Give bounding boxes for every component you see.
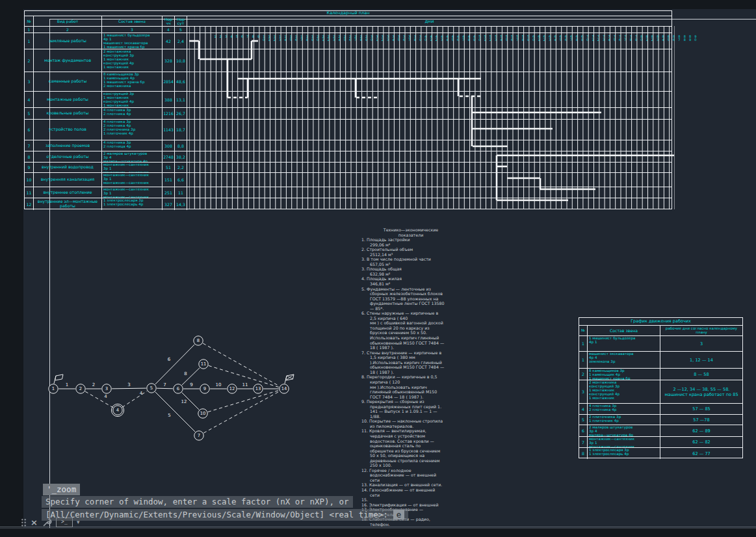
indicator-line: сборных железобетонных блоков: [361, 291, 460, 296]
network-edge-label: 4: [104, 394, 107, 399]
indicator-line: 299,06 м²: [361, 242, 460, 248]
crew-col-header-crew: Состав звена: [588, 326, 660, 335]
network-edge: [122, 391, 147, 407]
row-crew: 1 электрослесаря 3р1 электрослесарь 4р: [102, 198, 163, 210]
network-diagram: 12344765891210111234567891011121314: [36, 322, 306, 458]
row-num: 6: [25, 120, 34, 140]
crew-row-crew: 1 машинист бульдозера4р 1: [588, 336, 660, 351]
model-space-canvas[interactable]: Календарный план № Вид работ Состав звен…: [23, 9, 756, 528]
indicator-line: 2,5 кирпича ( 640: [361, 316, 460, 321]
row-crew: 4 плотника 3р2 плотница 4р: [102, 140, 163, 151]
network-node-label: 10: [200, 411, 206, 416]
crew-col-header-num: №: [579, 326, 588, 335]
indicator-line: из пиломатериалов.: [361, 424, 460, 429]
crew-line: 2 монтажника: [103, 84, 162, 88]
indicator-line: 18 ( 1987 ).: [361, 345, 460, 350]
indicator-line: обыкновенный М150 ГОСТ 7484 —: [361, 365, 460, 370]
crew-line: 2 плотника 4р: [103, 112, 162, 116]
col-header-num: №: [25, 16, 34, 26]
indicator-line: мм ).Использовать кирпич: [361, 385, 460, 390]
column-number: 2: [34, 27, 102, 33]
network-node-label: 8: [197, 338, 200, 343]
row-work: устройство полов: [34, 120, 102, 140]
indicator-line: мм ) с обшивкой вагонной доской: [361, 321, 460, 326]
crew-line: монтажник—сантехник: [103, 195, 162, 198]
row-hours: 328: [163, 49, 175, 72]
palette-grip-handle[interactable]: [21, 518, 27, 527]
row-num: 8: [25, 151, 34, 162]
indicator-line: обыкновенный М150 ГОСТ 7484 —: [361, 341, 460, 346]
row-hours: 1143: [163, 120, 175, 140]
indicator-line: 657,05 м³: [361, 262, 460, 267]
row-work: монтаж фундаментов: [34, 49, 102, 72]
indicator-line: 15.: [361, 497, 460, 503]
indicator-line: сети: [361, 493, 460, 498]
row-days: 2,2: [175, 163, 187, 172]
row-days: 38,2: [175, 151, 187, 162]
command-palette-controls: × >_ ▾: [21, 517, 79, 528]
indicator-line: 2. Строительный объем: [361, 247, 460, 252]
crew-table-row: 28 каменьщиков 3р1 каменьщик 4р1 машинис…: [579, 369, 742, 380]
commandline-dropdown-caret[interactable]: ▾: [77, 518, 80, 527]
crew-line: 4р 1: [589, 340, 660, 344]
crew-line: 1 машинист крана 6р: [103, 45, 162, 49]
crew-row-num: 6: [579, 425, 588, 436]
network-edge-label: 9: [190, 382, 192, 387]
row-days: 10,8: [175, 49, 187, 72]
crew-row-num: 1: [579, 352, 588, 368]
row-crew: 4 плотника 3р2 плотника 4р2 плиточника 3…: [102, 120, 163, 140]
indicator-line: — 85*.: [361, 306, 460, 311]
col-header-days: дни: [187, 16, 671, 26]
crew-line: 1 машинист крана 6р: [589, 376, 660, 380]
network-edge-label: 8: [184, 371, 187, 376]
indicator-line: показатели: [361, 233, 460, 238]
row-hours: 1216: [163, 108, 175, 119]
row-crew: конструкций 3р1 монтажникконструкций 4р1…: [102, 92, 163, 107]
network-edge-label: 5: [168, 413, 170, 418]
crew-line: 1 плиточник 4р: [589, 419, 660, 423]
row-days: 26,7: [175, 108, 187, 119]
crew-row-days: 2 —12, 34 — 38, 55 — 58.машинист крана р…: [660, 380, 742, 403]
crew-days-line: 3: [700, 341, 703, 347]
commandline-icon[interactable]: >_: [56, 517, 73, 527]
indicator-line: деревянные стропила сечением: [361, 458, 460, 464]
indicator-line: 13. Канализация — от внешней сети.: [361, 482, 460, 488]
row-hours: 2748: [163, 151, 175, 162]
network-edge: [157, 388, 173, 389]
row-hours: 42: [163, 33, 175, 49]
crew-line: монтажник—сантехник: [103, 170, 162, 172]
row-crew: 1 машинист бульдозера4р 1машинист экскав…: [102, 33, 163, 49]
crew-line: 2 плотница 4р: [103, 144, 162, 148]
row-num: 9: [25, 163, 34, 172]
crew-table-row: 32 монтажникаконструкций 3р1 монтажникко…: [579, 380, 742, 404]
indicator-line: Технико—экономические: [361, 228, 460, 233]
row-days: 48,6: [175, 72, 187, 91]
crew-row-crew: машинист экскаватора4р 4землекопа 3р: [588, 352, 660, 368]
indicator-line: ).Использовать кирпич глиняный: [361, 360, 460, 365]
column-number: 3: [102, 27, 163, 33]
col-header-hours: Норчч: [163, 16, 175, 26]
crew-line: землекопа 3р: [589, 360, 660, 363]
crew-days-line: 62 — 82: [692, 439, 710, 445]
row-num: 10: [25, 173, 34, 187]
network-node-label: 14: [281, 386, 287, 391]
indicator-line: осветительное: [361, 512, 460, 517]
row-work: внутренняя канализация: [34, 173, 102, 187]
crew-line: маляра—штукатура 4р: [589, 433, 660, 436]
row-days: 8,8: [175, 140, 187, 151]
row-num: 12: [25, 198, 34, 210]
customize-wrench-icon[interactable]: [42, 517, 52, 528]
crew-row-num: 3: [579, 380, 588, 403]
network-edge-label: 4: [140, 391, 143, 396]
close-icon[interactable]: ×: [31, 518, 38, 527]
row-work: кровельные работы: [34, 108, 102, 119]
row-num: 7: [25, 140, 34, 151]
indicator-line: сети: [361, 478, 460, 483]
row-hours: 151: [163, 173, 175, 187]
row-hours: 308: [163, 140, 175, 151]
network-edge: [85, 391, 113, 408]
crew-row-crew: 2 монтажникаконструкций 3р1 монтажниккон…: [588, 380, 660, 403]
indicator-line: водоснабжение — от внешней: [361, 473, 460, 478]
crew-line: 1 монтажник: [103, 65, 162, 69]
crew-days-line: 1, 12 — 14: [690, 358, 713, 363]
